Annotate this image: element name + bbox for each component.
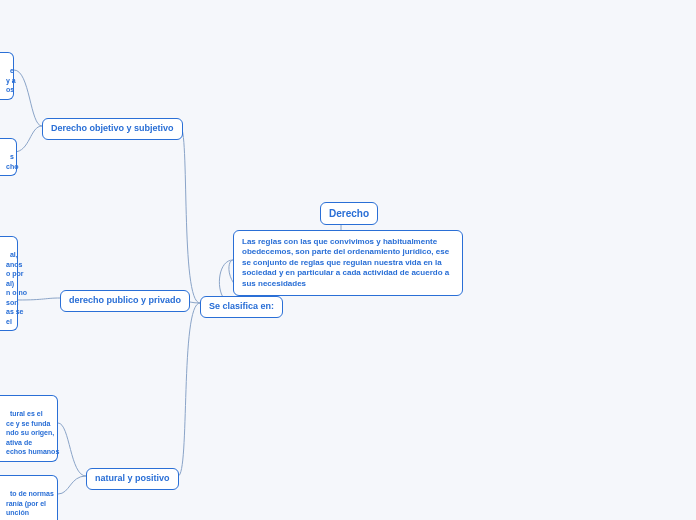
- branch1-label: Derecho objetivo y subjetivo: [51, 123, 174, 133]
- root-description-text: Las reglas con las que convivimos y habi…: [242, 237, 449, 288]
- leaf3-text: al, anos o por al) n o no son as se el: [6, 251, 27, 324]
- leaf5-text: to de normas ranía (por el unción ducaci…: [6, 490, 54, 520]
- leaf-node-5[interactable]: to de normas ranía (por el unción ducaci…: [0, 475, 58, 520]
- branch2-label: derecho publico y privado: [69, 295, 181, 305]
- leaf4-text: tural es el ce y se funda ndo su origen,…: [6, 410, 59, 455]
- hub-label: Se clasifica en:: [209, 301, 274, 311]
- leaf-node-1[interactable]: e y a os: [0, 52, 14, 100]
- branch-publico-privado[interactable]: derecho publico y privado: [60, 290, 190, 312]
- leaf1-text: e y a os: [6, 67, 16, 93]
- branch3-label: natural y positivo: [95, 473, 170, 483]
- root-node-derecho[interactable]: Derecho: [320, 202, 378, 225]
- root-description-node[interactable]: Las reglas con las que convivimos y habi…: [233, 230, 463, 296]
- root-label: Derecho: [329, 208, 369, 219]
- leaf-node-4[interactable]: tural es el ce y se funda ndo su origen,…: [0, 395, 58, 462]
- branch-objetivo-subjetivo[interactable]: Derecho objetivo y subjetivo: [42, 118, 183, 140]
- leaf-node-2[interactable]: s cho: [0, 138, 17, 176]
- leaf-node-3[interactable]: al, anos o por al) n o no son as se el: [0, 236, 18, 331]
- branch-natural-positivo[interactable]: natural y positivo: [86, 468, 179, 490]
- leaf2-text: s cho: [6, 153, 18, 169]
- hub-node-se-clasifica[interactable]: Se clasifica en:: [200, 296, 283, 318]
